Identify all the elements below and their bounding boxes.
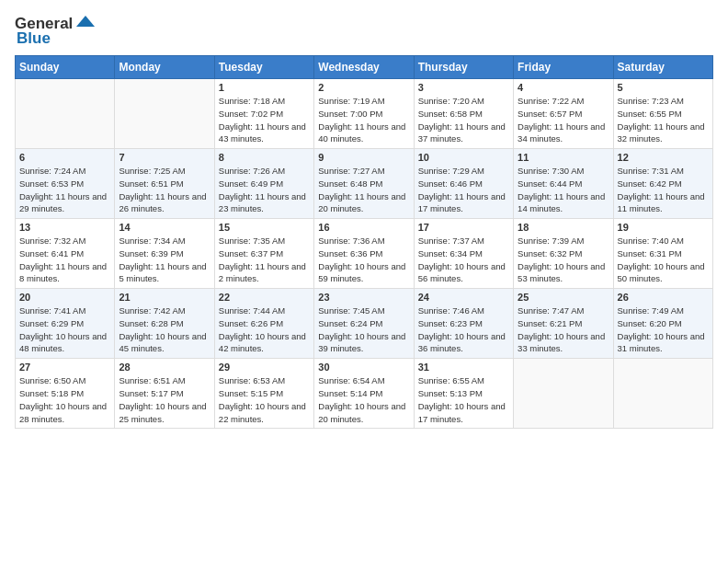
day-number: 19 bbox=[618, 222, 709, 233]
day-info: Sunrise: 6:54 AMSunset: 5:14 PMDaylight:… bbox=[318, 374, 409, 425]
day-number: 25 bbox=[518, 292, 609, 303]
day-number: 11 bbox=[518, 152, 609, 163]
day-number: 12 bbox=[618, 152, 709, 163]
day-number: 8 bbox=[219, 152, 310, 163]
calendar-cell: 20Sunrise: 7:41 AMSunset: 6:29 PMDayligh… bbox=[16, 289, 115, 359]
page-header: General Blue bbox=[15, 15, 713, 48]
day-info: Sunrise: 7:31 AMSunset: 6:42 PMDaylight:… bbox=[618, 165, 709, 215]
day-number: 7 bbox=[119, 152, 210, 163]
day-info: Sunrise: 7:49 AMSunset: 6:20 PMDaylight:… bbox=[618, 304, 709, 355]
calendar-table: SundayMondayTuesdayWednesdayThursdayFrid… bbox=[15, 55, 713, 429]
calendar-cell: 7Sunrise: 7:25 AMSunset: 6:51 PMDaylight… bbox=[115, 149, 214, 219]
day-info: Sunrise: 7:26 AMSunset: 6:49 PMDaylight:… bbox=[219, 165, 310, 215]
calendar-cell: 16Sunrise: 7:36 AMSunset: 6:36 PMDayligh… bbox=[314, 219, 414, 289]
calendar-cell: 8Sunrise: 7:26 AMSunset: 6:49 PMDaylight… bbox=[214, 149, 313, 219]
calendar-cell bbox=[613, 359, 712, 429]
calendar-week-row: 6Sunrise: 7:24 AMSunset: 6:53 PMDaylight… bbox=[16, 149, 713, 219]
calendar-cell: 24Sunrise: 7:46 AMSunset: 6:23 PMDayligh… bbox=[414, 289, 513, 359]
day-header-saturday: Saturday bbox=[613, 56, 712, 79]
calendar-week-row: 27Sunrise: 6:50 AMSunset: 5:18 PMDayligh… bbox=[16, 359, 713, 429]
day-number: 10 bbox=[418, 152, 509, 163]
day-number: 4 bbox=[518, 82, 609, 93]
day-info: Sunrise: 7:41 AMSunset: 6:29 PMDaylight:… bbox=[19, 304, 110, 355]
calendar-cell: 2Sunrise: 7:19 AMSunset: 7:00 PMDaylight… bbox=[314, 79, 414, 149]
day-info: Sunrise: 7:45 AMSunset: 6:24 PMDaylight:… bbox=[318, 304, 409, 355]
day-info: Sunrise: 7:22 AMSunset: 6:57 PMDaylight:… bbox=[518, 95, 609, 145]
day-number: 31 bbox=[418, 362, 509, 373]
calendar-cell: 25Sunrise: 7:47 AMSunset: 6:21 PMDayligh… bbox=[514, 289, 613, 359]
calendar-cell: 9Sunrise: 7:27 AMSunset: 6:48 PMDaylight… bbox=[314, 149, 414, 219]
day-info: Sunrise: 6:51 AMSunset: 5:17 PMDaylight:… bbox=[119, 374, 210, 425]
day-info: Sunrise: 7:39 AMSunset: 6:32 PMDaylight:… bbox=[518, 235, 609, 285]
day-info: Sunrise: 7:30 AMSunset: 6:44 PMDaylight:… bbox=[518, 165, 609, 215]
day-info: Sunrise: 7:46 AMSunset: 6:23 PMDaylight:… bbox=[418, 304, 509, 355]
day-number: 5 bbox=[618, 82, 709, 93]
day-number: 9 bbox=[318, 152, 409, 163]
calendar-week-row: 1Sunrise: 7:18 AMSunset: 7:02 PMDaylight… bbox=[16, 79, 713, 149]
calendar-cell: 6Sunrise: 7:24 AMSunset: 6:53 PMDaylight… bbox=[16, 149, 115, 219]
day-number: 15 bbox=[219, 222, 310, 233]
calendar-cell: 22Sunrise: 7:44 AMSunset: 6:26 PMDayligh… bbox=[214, 289, 313, 359]
calendar-cell bbox=[514, 359, 613, 429]
day-number: 16 bbox=[318, 222, 409, 233]
day-number: 24 bbox=[418, 292, 509, 303]
day-number: 30 bbox=[318, 362, 409, 373]
day-info: Sunrise: 7:36 AMSunset: 6:36 PMDaylight:… bbox=[318, 235, 409, 285]
day-number: 27 bbox=[19, 362, 110, 373]
calendar-cell: 1Sunrise: 7:18 AMSunset: 7:02 PMDaylight… bbox=[214, 79, 313, 149]
calendar-cell bbox=[16, 79, 115, 149]
day-info: Sunrise: 6:50 AMSunset: 5:18 PMDaylight:… bbox=[19, 374, 110, 425]
day-info: Sunrise: 7:44 AMSunset: 6:26 PMDaylight:… bbox=[219, 304, 310, 355]
day-number: 22 bbox=[219, 292, 310, 303]
calendar-cell: 4Sunrise: 7:22 AMSunset: 6:57 PMDaylight… bbox=[514, 79, 613, 149]
calendar-cell: 14Sunrise: 7:34 AMSunset: 6:39 PMDayligh… bbox=[115, 219, 214, 289]
day-info: Sunrise: 7:47 AMSunset: 6:21 PMDaylight:… bbox=[518, 304, 609, 355]
day-number: 28 bbox=[119, 362, 210, 373]
calendar-cell: 31Sunrise: 6:55 AMSunset: 5:13 PMDayligh… bbox=[414, 359, 513, 429]
day-number: 14 bbox=[119, 222, 210, 233]
calendar-cell: 30Sunrise: 6:54 AMSunset: 5:14 PMDayligh… bbox=[314, 359, 414, 429]
calendar-cell: 29Sunrise: 6:53 AMSunset: 5:15 PMDayligh… bbox=[214, 359, 313, 429]
calendar-cell: 10Sunrise: 7:29 AMSunset: 6:46 PMDayligh… bbox=[414, 149, 513, 219]
calendar-header-row: SundayMondayTuesdayWednesdayThursdayFrid… bbox=[16, 56, 713, 79]
day-header-tuesday: Tuesday bbox=[214, 56, 313, 79]
calendar-week-row: 13Sunrise: 7:32 AMSunset: 6:41 PMDayligh… bbox=[16, 219, 713, 289]
day-header-sunday: Sunday bbox=[16, 56, 115, 79]
day-info: Sunrise: 7:23 AMSunset: 6:55 PMDaylight:… bbox=[618, 95, 709, 145]
calendar-week-row: 20Sunrise: 7:41 AMSunset: 6:29 PMDayligh… bbox=[16, 289, 713, 359]
day-number: 2 bbox=[318, 82, 409, 93]
svg-marker-0 bbox=[76, 16, 95, 27]
day-header-wednesday: Wednesday bbox=[314, 56, 414, 79]
day-number: 26 bbox=[618, 292, 709, 303]
day-header-monday: Monday bbox=[115, 56, 214, 79]
calendar-cell: 11Sunrise: 7:30 AMSunset: 6:44 PMDayligh… bbox=[514, 149, 613, 219]
calendar-cell: 23Sunrise: 7:45 AMSunset: 6:24 PMDayligh… bbox=[314, 289, 414, 359]
day-info: Sunrise: 6:53 AMSunset: 5:15 PMDaylight:… bbox=[219, 374, 310, 425]
day-number: 20 bbox=[19, 292, 110, 303]
day-number: 23 bbox=[318, 292, 409, 303]
calendar-cell bbox=[115, 79, 214, 149]
day-info: Sunrise: 7:34 AMSunset: 6:39 PMDaylight:… bbox=[119, 235, 210, 285]
day-info: Sunrise: 7:40 AMSunset: 6:31 PMDaylight:… bbox=[618, 235, 709, 285]
day-number: 1 bbox=[219, 82, 310, 93]
calendar-cell: 5Sunrise: 7:23 AMSunset: 6:55 PMDaylight… bbox=[613, 79, 712, 149]
day-info: Sunrise: 7:27 AMSunset: 6:48 PMDaylight:… bbox=[318, 165, 409, 215]
day-info: Sunrise: 7:35 AMSunset: 6:37 PMDaylight:… bbox=[219, 235, 310, 285]
calendar-cell: 15Sunrise: 7:35 AMSunset: 6:37 PMDayligh… bbox=[214, 219, 313, 289]
logo-arrow-icon bbox=[74, 14, 95, 30]
calendar-cell: 12Sunrise: 7:31 AMSunset: 6:42 PMDayligh… bbox=[613, 149, 712, 219]
day-header-thursday: Thursday bbox=[414, 56, 513, 79]
logo-blue: Blue bbox=[15, 29, 51, 48]
day-number: 17 bbox=[418, 222, 509, 233]
calendar-cell: 18Sunrise: 7:39 AMSunset: 6:32 PMDayligh… bbox=[514, 219, 613, 289]
day-info: Sunrise: 7:25 AMSunset: 6:51 PMDaylight:… bbox=[119, 165, 210, 215]
day-number: 3 bbox=[418, 82, 509, 93]
day-number: 21 bbox=[119, 292, 210, 303]
day-number: 18 bbox=[518, 222, 609, 233]
day-number: 29 bbox=[219, 362, 310, 373]
day-info: Sunrise: 7:24 AMSunset: 6:53 PMDaylight:… bbox=[19, 165, 110, 215]
day-info: Sunrise: 6:55 AMSunset: 5:13 PMDaylight:… bbox=[418, 374, 509, 425]
calendar-cell: 17Sunrise: 7:37 AMSunset: 6:34 PMDayligh… bbox=[414, 219, 513, 289]
day-info: Sunrise: 7:37 AMSunset: 6:34 PMDaylight:… bbox=[418, 235, 509, 285]
calendar-cell: 26Sunrise: 7:49 AMSunset: 6:20 PMDayligh… bbox=[613, 289, 712, 359]
